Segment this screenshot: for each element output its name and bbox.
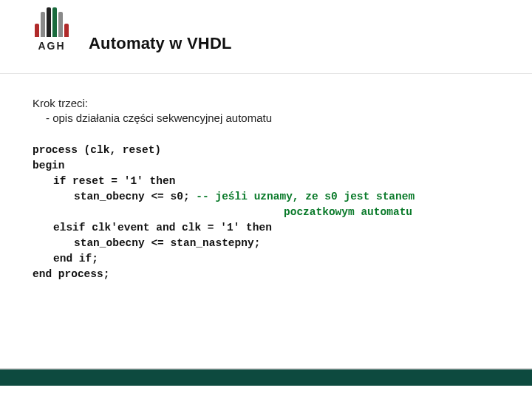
- code-comment: poczatkowym automatu: [33, 206, 412, 218]
- code-line: begin: [33, 160, 65, 171]
- slide-header: AGH Automaty w VHDL: [0, 0, 532, 74]
- slide-body: Krok trzeci: - opis działania części sek…: [0, 74, 532, 282]
- step-heading: Krok trzeci:: [33, 96, 505, 111]
- logo-text: AGH: [28, 40, 75, 52]
- code-comment: -- jeśli uznamy, ze s0 jest stanem: [196, 191, 415, 202]
- code-line: stan_obecny <= s0; -- jeśli uznamy, ze s…: [33, 189, 415, 205]
- code-line: stan_obecny <= stan_nastepny;: [33, 236, 260, 251]
- agh-logo: AGH: [28, 6, 75, 52]
- code-line: process (clk, reset): [33, 144, 161, 156]
- code-line: end if;: [33, 251, 98, 267]
- logo-bars-icon: [28, 6, 75, 37]
- slide-title: Automaty w VHDL: [89, 34, 232, 53]
- code-line: if reset = '1' then: [33, 174, 175, 189]
- code-line: end process;: [33, 268, 109, 280]
- slide: AGH Automaty w VHDL Krok trzeci: - opis …: [0, 0, 532, 399]
- step-subheading: - opis działania części sekwencyjnej aut…: [33, 111, 505, 126]
- code-line: elsif clk'event and clk = '1' then: [33, 220, 272, 236]
- vhdl-code-block: process (clk, reset) begin if reset = '1…: [33, 143, 505, 282]
- footer-bar: [0, 369, 532, 386]
